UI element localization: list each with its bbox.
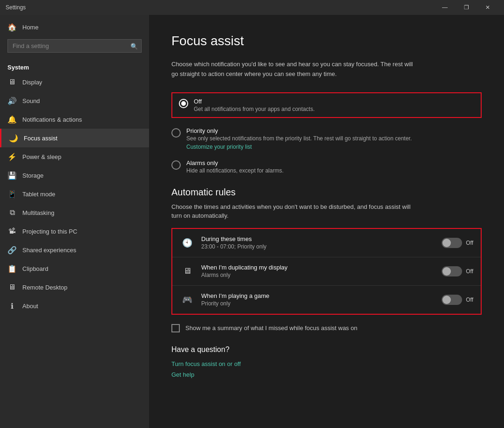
radio-off-label: Off: [194, 98, 314, 105]
clipboard-icon: 📋: [7, 264, 17, 273]
sidebar-label-remote: Remote Desktop: [22, 284, 142, 291]
monitor-icon: 🖥: [180, 264, 195, 279]
focus-assist-link[interactable]: Turn focus assist on or off: [171, 360, 482, 367]
power-icon: ⚡: [7, 152, 17, 161]
rule-display-toggle[interactable]: [442, 266, 462, 276]
rule-display-text: When I'm duplicating my display Alarms o…: [201, 264, 435, 278]
summary-checkbox-label: Show me a summary of what I missed while…: [185, 324, 357, 331]
system-section-label: System: [0, 58, 149, 73]
sidebar-item-multitasking[interactable]: ⧉ Multitasking: [0, 203, 149, 222]
search-input[interactable]: [7, 39, 142, 53]
sidebar: 🏠 Home 🔍 System 🖥 Display 🔊 Sound 🔔 Noti…: [0, 15, 149, 428]
sidebar-label-display: Display: [22, 79, 142, 86]
notifications-icon: 🔔: [7, 115, 17, 124]
radio-alarms-desc: Hide all notifications, except for alarm…: [186, 167, 284, 174]
page-title: Focus assist: [171, 34, 482, 48]
home-label: Home: [22, 24, 142, 31]
page-description: Choose which notification you'd like to …: [171, 60, 414, 79]
rule-game-toggle-wrap: Off: [442, 295, 473, 305]
get-help-link[interactable]: Get help: [171, 371, 482, 378]
rule-game-subtitle: Priority only: [201, 300, 435, 307]
rule-times[interactable]: 🕙 During these times 23:00 - 07:00; Prio…: [172, 229, 481, 257]
rule-game-toggle[interactable]: [442, 295, 462, 305]
sidebar-label-clipboard: Clipboard: [22, 265, 142, 272]
radio-option-alarms[interactable]: Alarms only Hide all notifications, exce…: [171, 159, 482, 174]
home-icon: 🏠: [7, 22, 17, 32]
tablet-icon: 📱: [7, 189, 17, 199]
radio-off-circle: [179, 99, 188, 108]
rule-game-title: When I'm playing a game: [201, 292, 435, 299]
sidebar-item-focus[interactable]: 🌙 Focus assist: [0, 129, 149, 147]
auto-rules-desc: Choose the times and activities when you…: [171, 202, 414, 221]
search-box: 🔍: [7, 39, 142, 53]
radio-option-priority[interactable]: Priority only See only selected notifica…: [171, 127, 482, 150]
rule-game[interactable]: 🎮 When I'm playing a game Priority only …: [172, 286, 481, 314]
sidebar-label-power: Power & sleep: [22, 153, 142, 160]
rule-times-toggle-wrap: Off: [442, 238, 473, 248]
sidebar-item-notifications[interactable]: 🔔 Notifications & actions: [0, 110, 149, 129]
radio-alarms-text: Alarms only Hide all notifications, exce…: [186, 159, 284, 174]
clock-icon: 🕙: [180, 235, 195, 250]
radio-alarms-circle: [171, 160, 181, 170]
radio-alarms-label: Alarms only: [186, 159, 284, 166]
sidebar-label-projecting: Projecting to this PC: [22, 228, 142, 235]
radio-option-off[interactable]: Off Get all notifications from your apps…: [171, 92, 482, 118]
sidebar-label-tablet: Tablet mode: [22, 191, 142, 198]
sidebar-item-storage[interactable]: 💾 Storage: [0, 166, 149, 185]
rule-times-toggle[interactable]: [442, 238, 462, 248]
radio-priority-label: Priority only: [186, 127, 412, 134]
sidebar-label-shared: Shared experiences: [22, 247, 142, 254]
main-content: Focus assist Choose which notification y…: [149, 15, 504, 428]
rule-game-toggle-label: Off: [466, 297, 473, 303]
remote-icon: 🖥: [7, 283, 17, 292]
about-icon: ℹ: [7, 301, 17, 311]
sidebar-item-clipboard[interactable]: 📋 Clipboard: [0, 259, 149, 278]
sidebar-item-sound[interactable]: 🔊 Sound: [0, 91, 149, 110]
gamepad-icon: 🎮: [180, 292, 195, 307]
restore-button[interactable]: ❐: [456, 0, 477, 15]
sidebar-item-power[interactable]: ⚡ Power & sleep: [0, 147, 149, 166]
rule-display-title: When I'm duplicating my display: [201, 264, 435, 271]
rule-times-toggle-label: Off: [466, 240, 473, 246]
rule-times-title: During these times: [201, 235, 435, 242]
titlebar: Settings — ❐ ✕: [0, 0, 504, 15]
radio-priority-circle: [171, 128, 181, 138]
rule-game-text: When I'm playing a game Priority only: [201, 292, 435, 307]
radio-off-dot: [181, 101, 186, 106]
sidebar-item-display[interactable]: 🖥 Display: [0, 73, 149, 91]
focus-icon: 🌙: [9, 133, 18, 143]
sidebar-label-sound: Sound: [22, 97, 142, 104]
sound-icon: 🔊: [7, 96, 17, 105]
rule-display-toggle-label: Off: [466, 268, 473, 275]
sidebar-item-home[interactable]: 🏠 Home: [0, 15, 149, 35]
rule-display-toggle-wrap: Off: [442, 266, 473, 276]
projecting-icon: 📽: [7, 227, 17, 236]
multitasking-icon: ⧉: [7, 208, 17, 217]
summary-checkbox[interactable]: [171, 324, 180, 332]
sidebar-item-shared[interactable]: 🔗 Shared experiences: [0, 241, 149, 259]
rule-display[interactable]: 🖥 When I'm duplicating my display Alarms…: [172, 257, 481, 286]
sidebar-label-notifications: Notifications & actions: [22, 116, 142, 123]
sidebar-label-about: About: [22, 303, 142, 310]
sidebar-item-tablet[interactable]: 📱 Tablet mode: [0, 185, 149, 203]
app-title: Settings: [6, 4, 26, 11]
rules-box: 🕙 During these times 23:00 - 07:00; Prio…: [171, 228, 482, 315]
search-icon: 🔍: [130, 42, 138, 49]
display-icon: 🖥: [7, 77, 17, 87]
summary-checkbox-row: Show me a summary of what I missed while…: [171, 324, 482, 332]
sidebar-label-storage: Storage: [22, 172, 142, 179]
storage-icon: 💾: [7, 171, 17, 180]
app-body: 🏠 Home 🔍 System 🖥 Display 🔊 Sound 🔔 Noti…: [0, 15, 504, 428]
rule-times-text: During these times 23:00 - 07:00; Priori…: [201, 235, 435, 250]
auto-rules-heading: Automatic rules: [171, 187, 482, 198]
minimize-button[interactable]: —: [434, 0, 456, 15]
sidebar-item-about[interactable]: ℹ About: [0, 297, 149, 315]
radio-priority-text: Priority only See only selected notifica…: [186, 127, 412, 150]
sidebar-item-remote[interactable]: 🖥 Remote Desktop: [0, 278, 149, 297]
priority-list-link[interactable]: Customize your priority list: [186, 144, 412, 150]
rule-display-subtitle: Alarms only: [201, 272, 435, 278]
sidebar-label-focus: Focus assist: [24, 135, 142, 142]
sidebar-item-projecting[interactable]: 📽 Projecting to this PC: [0, 222, 149, 241]
have-question-heading: Have a question?: [171, 345, 482, 354]
close-button[interactable]: ✕: [477, 0, 498, 15]
